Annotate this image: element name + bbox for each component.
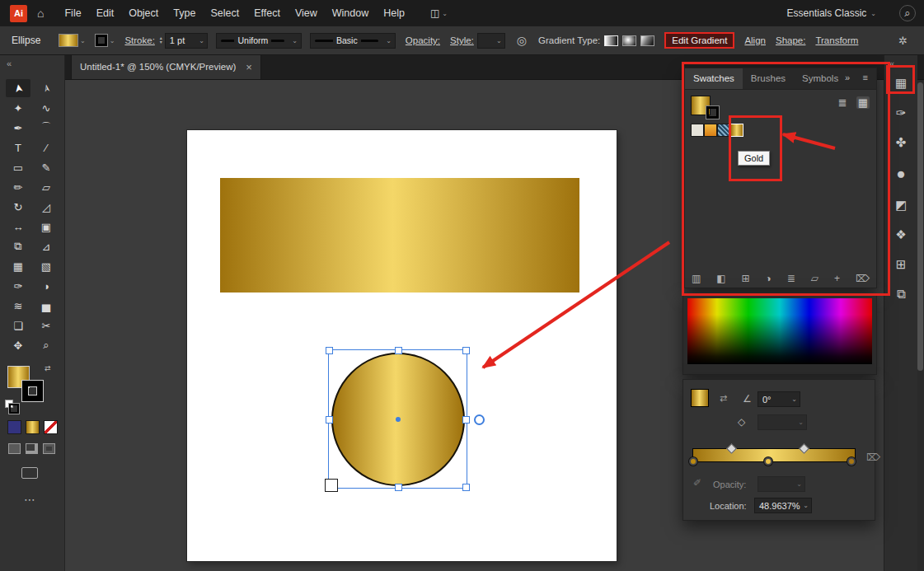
edit-toolbar-icon[interactable]: ⋯ bbox=[0, 492, 59, 507]
screen-mode-button[interactable] bbox=[21, 467, 38, 479]
close-icon[interactable]: × bbox=[246, 61, 252, 73]
rotate-tool[interactable]: ↻ bbox=[6, 198, 30, 216]
reverse-gradient-icon[interactable]: ⇄ bbox=[715, 392, 732, 405]
direct-selection-tool[interactable]: ➢ bbox=[34, 79, 59, 97]
gradient-fill-thumbnail[interactable] bbox=[692, 390, 708, 406]
expand-panels-icon[interactable]: « bbox=[884, 54, 894, 68]
symbol-sprayer-tool[interactable]: ≋ bbox=[6, 297, 30, 315]
gradient-opacity-field[interactable]: ⌄ bbox=[757, 476, 805, 492]
workspace-switcher[interactable]: Essentials Classic ⌄ bbox=[787, 7, 876, 19]
arrange-documents-button[interactable]: ◫ ⌄ bbox=[430, 7, 448, 19]
selection-handle[interactable] bbox=[462, 416, 470, 424]
zoom-tool[interactable]: ⌕ bbox=[34, 336, 59, 354]
pen-tool[interactable]: ✒ bbox=[6, 119, 30, 137]
collapse-tools-icon[interactable]: « bbox=[0, 54, 64, 68]
gradient-linear-button[interactable] bbox=[604, 35, 618, 46]
menu-window[interactable]: Window bbox=[325, 0, 376, 26]
color-panel-icon[interactable]: ● bbox=[894, 163, 907, 185]
gold-rectangle-shape[interactable] bbox=[220, 178, 579, 293]
column-graph-tool[interactable]: ▅ bbox=[34, 297, 59, 315]
swatches-panel-icon[interactable]: ▦ bbox=[894, 74, 908, 92]
stroke-proxy[interactable] bbox=[22, 381, 43, 401]
brush-definition-dropdown[interactable]: Basic ⌄ bbox=[310, 33, 396, 49]
symbols-panel-icon[interactable]: ✤ bbox=[894, 133, 908, 152]
magic-wand-tool[interactable]: ✦ bbox=[6, 99, 30, 117]
paintbrush-tool[interactable]: ✎ bbox=[34, 158, 59, 176]
home-icon[interactable]: ⌂ bbox=[37, 7, 44, 20]
fill-color-dropdown[interactable]: ⌄ bbox=[59, 35, 86, 46]
white-swatch[interactable] bbox=[692, 124, 703, 136]
swatch-kinds-icon[interactable]: ◧ bbox=[715, 273, 727, 284]
artboards-panel-icon[interactable]: ⊞ bbox=[894, 255, 908, 274]
selection-handle[interactable] bbox=[326, 347, 333, 354]
selection-handle[interactable] bbox=[462, 484, 470, 491]
transform-link[interactable]: Transform bbox=[815, 35, 858, 45]
free-transform-tool[interactable]: ▣ bbox=[34, 218, 59, 236]
width-profile-dropdown[interactable]: Uniform ⌄ bbox=[216, 33, 302, 49]
gradient-midpoint-handle[interactable] bbox=[726, 443, 737, 454]
orange-gradient-swatch[interactable] bbox=[705, 124, 716, 136]
swatch-libraries-icon[interactable]: ▥ bbox=[690, 273, 702, 284]
perspective-grid-tool[interactable]: ⊿ bbox=[34, 237, 59, 255]
gradient-stop-middle[interactable] bbox=[764, 457, 772, 466]
brushes-panel-icon[interactable]: ✑ bbox=[894, 104, 908, 122]
type-tool[interactable]: T bbox=[6, 138, 30, 157]
gradient-slider[interactable] bbox=[693, 449, 855, 461]
panel-overflow-icon[interactable]: » bbox=[840, 73, 855, 82]
eyedropper-tool[interactable]: ✑ bbox=[6, 277, 30, 295]
selection-tool[interactable]: ➤ bbox=[6, 79, 30, 97]
new-color-group-icon[interactable]: ▱ bbox=[809, 273, 820, 284]
stroke-weight-field[interactable]: 1 pt ⌄ bbox=[165, 33, 208, 49]
delete-stop-icon[interactable]: ⌦ bbox=[861, 451, 885, 464]
mesh-tool[interactable]: ▦ bbox=[6, 257, 30, 275]
selection-handle[interactable] bbox=[326, 416, 333, 424]
draw-behind-button[interactable] bbox=[26, 443, 38, 454]
live-shape-widget[interactable] bbox=[474, 414, 485, 425]
selection-center-point[interactable] bbox=[396, 417, 401, 422]
none-button[interactable] bbox=[45, 421, 57, 433]
style-link[interactable]: Style: bbox=[450, 35, 474, 45]
stroke-weight-stepper[interactable]: ▴ ▾ bbox=[160, 36, 162, 44]
hand-tool[interactable]: ✥ bbox=[6, 336, 30, 354]
lasso-tool[interactable]: ∿ bbox=[34, 99, 59, 117]
layers-panel-icon[interactable]: ❖ bbox=[894, 226, 908, 244]
color-guide-panel-icon[interactable]: ◩ bbox=[894, 196, 908, 214]
search-button[interactable]: ⌕ bbox=[899, 5, 916, 21]
menu-file[interactable]: File bbox=[57, 0, 88, 26]
tab-brushes[interactable]: Brushes bbox=[743, 68, 794, 89]
color-spectrum[interactable] bbox=[687, 298, 872, 364]
opacity-link[interactable]: Opacity: bbox=[406, 35, 440, 45]
menu-edit[interactable]: Edit bbox=[89, 0, 122, 26]
selection-handle[interactable] bbox=[462, 347, 470, 354]
align-link[interactable]: Align bbox=[744, 35, 766, 45]
list-view-icon[interactable]: ≣ bbox=[837, 96, 849, 109]
swap-fill-stroke-icon[interactable]: ⇄ bbox=[45, 364, 51, 372]
color-button[interactable] bbox=[8, 421, 21, 433]
new-swatch-icon[interactable]: + bbox=[833, 273, 842, 284]
gradient-tool[interactable]: ▧ bbox=[34, 257, 59, 275]
shape-link[interactable]: Shape: bbox=[776, 35, 805, 45]
line-segment-tool[interactable]: ∕ bbox=[34, 138, 59, 157]
rectangle-tool[interactable]: ▭ bbox=[6, 158, 30, 176]
selection-handle[interactable] bbox=[395, 347, 402, 354]
tab-symbols[interactable]: Symbols bbox=[794, 68, 847, 89]
delete-swatch-icon[interactable]: ⌦ bbox=[854, 273, 871, 284]
asset-export-panel-icon[interactable]: ⧉ bbox=[895, 285, 908, 303]
recolor-artwork-icon[interactable]: ◎ bbox=[517, 34, 527, 47]
menu-select[interactable]: Select bbox=[203, 0, 246, 26]
pencil-tool[interactable]: ✏ bbox=[6, 178, 30, 196]
curvature-tool[interactable]: ⌒ bbox=[34, 119, 59, 137]
selection-handle[interactable] bbox=[326, 480, 337, 491]
panel-menu-icon[interactable]: ≡ bbox=[858, 73, 873, 82]
width-tool[interactable]: ↔ bbox=[6, 218, 30, 236]
document-tab[interactable]: Untitled-1* @ 150% (CMYK/Preview) × bbox=[71, 54, 261, 79]
grid-view-icon[interactable]: ▦ bbox=[856, 96, 870, 109]
selection-handle[interactable] bbox=[395, 484, 402, 491]
gradient-angle-field[interactable]: 0° ⌄ bbox=[757, 391, 800, 407]
draw-inside-button[interactable] bbox=[43, 443, 55, 454]
gradient-location-field[interactable]: 48.9637% ⌄ bbox=[754, 498, 812, 513]
artboard-tool[interactable]: ❏ bbox=[6, 316, 30, 335]
menu-type[interactable]: Type bbox=[166, 0, 203, 26]
add-swatch-grid-icon[interactable]: ⊞ bbox=[740, 273, 752, 284]
menu-view[interactable]: View bbox=[288, 0, 325, 26]
